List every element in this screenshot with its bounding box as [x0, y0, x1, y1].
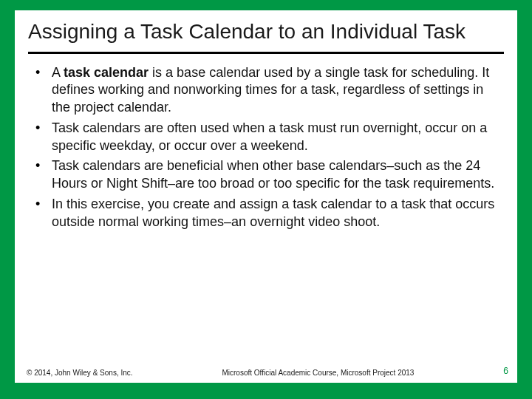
- slide-title: Assigning a Task Calendar to an Individu…: [28, 19, 504, 44]
- bullet-text-post: Task calendars are often used when a tas…: [52, 120, 487, 153]
- bullet-item: Task calendars are beneficial when other…: [33, 157, 499, 193]
- slide: Assigning a Task Calendar to an Individu…: [15, 10, 517, 383]
- bullet-item: A task calendar is a base calendar used …: [33, 64, 499, 117]
- slide-footer: © 2014, John Wiley & Sons, Inc. Microsof…: [15, 366, 517, 383]
- footer-course: Microsoft Official Academic Course, Micr…: [133, 369, 504, 377]
- bullet-list: A task calendar is a base calendar used …: [33, 64, 499, 231]
- bullet-text-post: In this exercise, you create and assign …: [52, 197, 494, 229]
- bullet-item: In this exercise, you create and assign …: [33, 196, 499, 231]
- footer-page-number: 6: [503, 366, 508, 377]
- bullet-item: Task calendars are often used when a tas…: [33, 120, 499, 155]
- slide-content: A task calendar is a base calendar used …: [15, 54, 517, 366]
- bullet-text-pre: A: [52, 65, 64, 80]
- bullet-term: task calendar: [64, 65, 149, 80]
- footer-copyright: © 2014, John Wiley & Sons, Inc.: [27, 369, 133, 377]
- bullet-text-post: Task calendars are beneficial when other…: [52, 158, 494, 191]
- title-wrap: Assigning a Task Calendar to an Individu…: [15, 10, 517, 50]
